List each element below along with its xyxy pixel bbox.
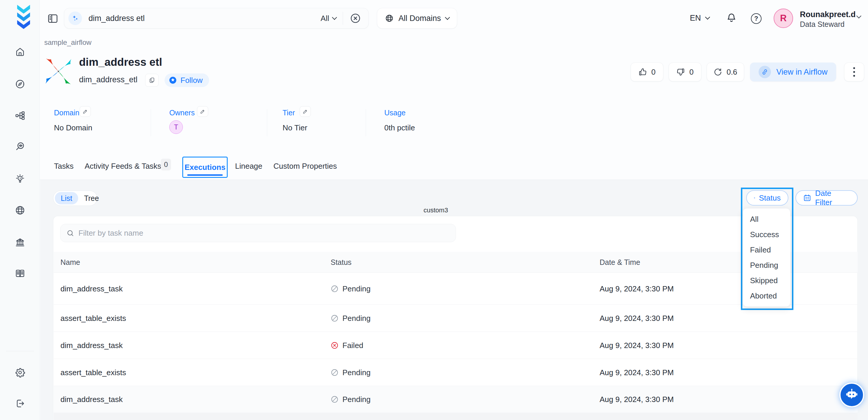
notifications-button[interactable] [726,13,737,24]
sidebar-item-insights[interactable] [13,172,27,185]
language-selector[interactable]: EN [690,13,709,23]
view-in-airflow-button[interactable]: View in Airflow [750,63,836,82]
copy-button[interactable] [145,74,159,87]
table-row[interactable]: dim_address_task Pending Aug 9, 2024, 3:… [54,386,858,413]
pencil-icon [302,109,308,115]
usage-label[interactable]: Usage [384,109,406,117]
chevron-down-icon [705,15,710,20]
upvote-button[interactable]: 0 [630,63,663,82]
user-avatar[interactable]: R [774,8,793,28]
user-role: Data Steward [800,20,856,29]
domain-label[interactable]: Domain [54,109,79,117]
status-option-success[interactable]: Success [743,227,790,242]
status-cell: Pending [331,284,370,293]
status-option-pending[interactable]: Pending [743,258,790,273]
chatbot-button[interactable] [839,383,864,407]
airflow-logo-icon [44,57,73,86]
tier-value: No Tier [283,123,307,132]
date-filter-label: Date Filter [815,189,850,207]
all-domains-button[interactable]: All Domains [377,8,457,29]
more-actions-button[interactable] [844,63,864,82]
pending-icon [331,284,339,293]
chevron-down-icon[interactable] [857,13,862,19]
follow-button[interactable]: Follow [164,73,209,87]
sidebar-item-observability[interactable] [13,140,27,153]
tab-lineage[interactable]: Lineage [235,162,262,171]
status-option-failed[interactable]: Failed [743,242,790,258]
executions-card: Name Status Date & Time dim_address_task… [53,216,858,420]
edit-domain-button[interactable] [80,106,91,117]
date-filter-button[interactable]: Date Filter [796,190,858,206]
search-icon [66,229,74,237]
table-row[interactable]: assert_table_exists Pending Aug 9, 2024,… [54,359,858,386]
search-scope-dropdown[interactable]: All [320,14,336,23]
edit-owners-button[interactable] [197,106,208,117]
bell-icon [726,13,737,24]
status-cell: Failed [331,341,363,350]
owner-avatar[interactable]: T [169,120,183,134]
version-number: 0.6 [726,67,737,77]
tab-custom-properties[interactable]: Custom Properties [273,162,337,171]
global-search-bar[interactable]: All [64,8,369,29]
bank-icon [15,237,25,248]
status-option-skipped[interactable]: Skipped [743,273,790,288]
sidebar-item-glossary[interactable] [13,267,27,280]
sidebar-divider [6,351,34,351]
page-title: dim_address etl [79,56,162,68]
status-dropdown-menu: All Success Failed Pending Skipped Abort… [743,208,790,307]
column-header-name: Name [60,258,80,267]
task-filter-field[interactable] [60,224,456,242]
downvote-button[interactable]: 0 [669,63,701,82]
run-datetime: Aug 9, 2024, 3:30 PM [599,368,674,377]
copy-icon [149,77,155,84]
tab-tasks[interactable]: Tasks [54,162,73,171]
breadcrumb[interactable]: sample_airflow [44,38,91,47]
star-icon [169,76,177,84]
edit-tier-button[interactable] [300,106,311,117]
version-button[interactable]: 0.6 [707,63,744,82]
sidebar-item-explore[interactable] [13,78,27,91]
logout-icon [15,398,25,409]
task-filter-input[interactable] [79,229,450,238]
search-divider [343,12,343,25]
user-name: Rounakpreet.d [800,10,856,19]
sidebar-item-home[interactable] [13,46,27,58]
status-option-aborted[interactable]: Aborted [743,288,790,303]
list-view-button[interactable]: List [55,192,78,204]
search-clear-button[interactable] [349,12,361,24]
tab-executions[interactable]: Executions [182,157,228,178]
tree-view-button[interactable]: Tree [78,192,105,204]
activity-count-badge: 0 [161,159,171,171]
table-row[interactable]: assert_table_exists Pending Aug 9, 2024,… [54,305,858,332]
sidebar-item-logout[interactable] [13,397,27,410]
run-datetime: Aug 9, 2024, 3:30 PM [599,341,674,350]
owners-label[interactable]: Owners [169,109,195,117]
table-row[interactable]: dim_address_task Pending Aug 9, 2024, 3:… [54,273,858,305]
status-filter-button[interactable]: Status [746,190,788,206]
tab-activity-feeds[interactable]: Activity Feeds & Tasks [85,162,161,171]
user-menu[interactable]: Rounakpreet.d Data Steward [800,10,856,29]
task-name: dim_address_task [60,341,123,350]
pending-icon [331,368,339,376]
chevron-down-icon [332,15,337,20]
view-in-airflow-label: View in Airflow [776,67,828,77]
status-label: Pending [342,395,370,404]
sidebar-item-govern[interactable] [13,236,27,249]
tier-label[interactable]: Tier [283,109,295,117]
status-option-all[interactable]: All [743,211,790,227]
search-input[interactable] [89,14,320,23]
column-header-status: Status [331,258,351,267]
status-filter-label: Status [759,193,781,203]
version-history-icon [713,67,722,77]
sidebar-item-domains[interactable] [13,204,27,217]
help-button[interactable]: ? [751,13,762,24]
table-header: Name Status Date & Time [54,252,858,273]
calendar-icon [803,194,811,202]
sidebar-toggle-icon[interactable] [47,13,58,24]
status-cell: Pending [331,395,370,404]
lightbulb-icon [15,173,25,184]
column-header-datetime: Date & Time [599,258,640,267]
table-row[interactable]: dim_address_task Failed Aug 9, 2024, 3:3… [54,332,858,359]
sidebar-item-settings[interactable] [13,366,27,379]
sidebar-item-lineage[interactable] [13,109,27,122]
